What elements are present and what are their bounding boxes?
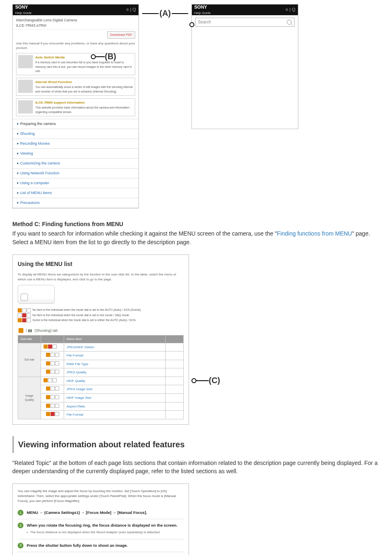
feature-card: Interval Shoot Function You can automati… (16, 78, 135, 96)
feature-card: ILCE-7RM3 support information This websi… (16, 98, 135, 116)
related-topic-mock: You can magnify the image and adjust the… (12, 483, 189, 555)
tab-label: / ▮▮ (Shooting) tab (18, 328, 184, 333)
card-title: Interval Shoot Function (35, 80, 133, 85)
legend-line: No item is the individual when the mode … (18, 308, 184, 312)
menu-link[interactable]: HEIF Image Size (64, 394, 166, 402)
step-row: 2 When you rotate the focusing ring, the… (18, 519, 184, 539)
help-guide-left-mock: SONY Help Guide ≡ | Q Interchangeable Le… (12, 4, 139, 208)
mid-intro: To display all MENU items we categorized… (18, 272, 184, 282)
menu-table: Sub-tab Menu item Sub-tab JPEG/HEIF Swit… (18, 335, 184, 419)
camera-illustration (18, 285, 55, 304)
step-bold: Press the shutter button fully down to s… (27, 543, 128, 548)
card-thumb (18, 55, 33, 68)
step-number: 1 (18, 510, 23, 516)
acc-item[interactable]: Precautions (13, 198, 138, 208)
step-row: 3 Press the shutter button fully down to… (18, 539, 184, 552)
menu-link[interactable]: JPEG/HEIF Switch (64, 343, 166, 352)
mid-title: Using the MENU list (18, 260, 184, 268)
method-c-para: If you want to search for information wh… (12, 229, 380, 246)
label-C: (C) (209, 375, 220, 386)
card-text: This website provides basic information … (35, 106, 133, 114)
th (166, 335, 184, 343)
label-B: (B) (91, 51, 116, 62)
acc-item[interactable]: Using Network Function (13, 169, 138, 178)
title-bar: SONY Help Guide ≡ | Q (13, 5, 138, 15)
menu-link[interactable]: JPEG Image Size (64, 385, 166, 394)
download-pdf-button[interactable]: Download PDF (107, 31, 135, 39)
brand: SONY (15, 4, 32, 11)
step-number: 2 (18, 523, 23, 528)
step-extra: The focus distance is not displayed when… (30, 530, 184, 535)
legend-line: Some is the individual when the mode dia… (18, 318, 184, 322)
card-thumb (18, 80, 33, 93)
step-bold: MENU → (Camera Settings1) → [Focus Mode]… (27, 510, 147, 515)
card-text: If a memory card in use becomes full or … (35, 60, 133, 73)
menu-link[interactable]: RAW File Type (64, 360, 166, 368)
menu-link[interactable]: File Format (64, 352, 166, 360)
help-guide-right-mock: SONY Help Guide ≡ | Q Search (191, 4, 298, 129)
step-number: 3 (18, 543, 23, 548)
step-row: 1 MENU → (Camera Settings1) → [Focus Mod… (18, 506, 184, 519)
menu-icon: ≡ | Q (126, 7, 136, 13)
search-box[interactable]: Search (195, 18, 295, 27)
legend-line: No item is the individual when the mode … (18, 313, 184, 317)
group-cell: Sub-tab (18, 343, 41, 377)
title-bar: SONY Help Guide ≡ | Q (192, 5, 298, 15)
card-title: Auto Switch Media (35, 55, 133, 60)
product-subtitle: Interchangeable Lens Digital Camera ILCE… (13, 15, 138, 30)
label-C-pointer: (C) (191, 375, 220, 386)
group-cell: Image Quality (18, 377, 41, 419)
viewing-para: "Related Topic" at the bottom of each pa… (12, 459, 380, 476)
th (41, 335, 64, 343)
label-A: (A) (159, 7, 171, 19)
th: Sub-tab (18, 335, 41, 343)
acc-item[interactable]: Customizing the camera (13, 159, 138, 169)
card-text: You can automatically shoot a series of … (35, 85, 133, 93)
step-bold: When you rotate the focusing ring, the f… (27, 523, 178, 527)
menu-link[interactable]: Aspect Ratio (64, 402, 166, 411)
th: Menu item (64, 335, 166, 343)
top-screenshot-row: SONY Help Guide ≡ | Q Interchangeable Le… (12, 4, 380, 208)
viewing-heading: Viewing information about related featur… (12, 436, 380, 453)
acc-item[interactable]: Preparing the camera (13, 119, 138, 129)
menu-link[interactable]: HEIF Quality (64, 377, 166, 385)
acc-item[interactable]: Using a computer (13, 178, 138, 188)
acc-item[interactable]: List of MENU items (13, 188, 138, 198)
search-placeholder: Search (196, 19, 287, 25)
menu-icon: ≡ | Q (286, 7, 295, 13)
brand: SONY (194, 4, 211, 11)
acc-item[interactable]: Recording Movies (13, 139, 138, 149)
subbrand: Help Guide (15, 11, 32, 16)
menu-list-mock: Using the MENU list To display all MENU … (12, 254, 189, 425)
label-A-pointer: (A) (142, 7, 188, 19)
pointer-dot (189, 22, 194, 27)
method-c-heading: Method C: Finding functions from MENU (12, 220, 380, 228)
accordion: Preparing the camera Shooting Recording … (13, 119, 138, 208)
acc-item[interactable]: Shooting (13, 129, 138, 139)
menu-link[interactable]: File Format (64, 411, 166, 419)
card-title: ILCE-7RM3 support information (35, 100, 133, 105)
menu-link[interactable]: JPEG Quality (64, 368, 166, 377)
card-thumb (18, 100, 33, 113)
subbrand: Help Guide (194, 11, 211, 16)
finding-functions-link[interactable]: Finding functions from MENU (277, 230, 352, 237)
feature-card: Auto Switch Media If a memory card in us… (16, 53, 135, 75)
acc-item[interactable]: Viewing (13, 149, 138, 159)
intro-text: Use this manual if you encounter any pro… (13, 41, 138, 53)
lead-text: You can magnify the image and adjust the… (18, 489, 184, 503)
search-icon (287, 20, 292, 25)
